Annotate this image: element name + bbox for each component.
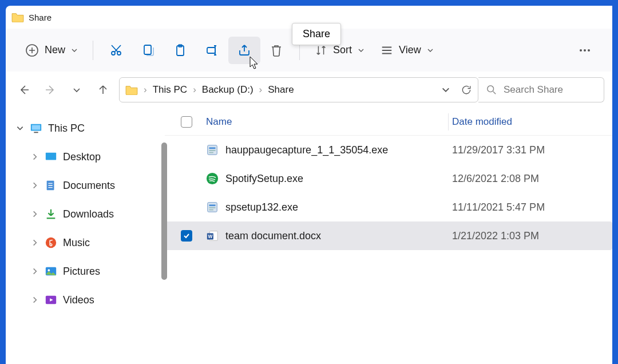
select-all-checkbox[interactable] [181, 116, 192, 128]
svg-point-16 [46, 238, 56, 248]
folder-icon [125, 85, 138, 95]
sort-indicator-icon: ⌃ [316, 108, 322, 110]
chevron-down-icon [358, 47, 365, 54]
file-name: SpotifySetup.exe [225, 173, 452, 185]
breadcrumb-item[interactable]: Share [268, 84, 294, 96]
new-label: New [45, 44, 65, 56]
arrow-right-icon [45, 84, 56, 96]
file-row[interactable]: Wteam document.docx1/21/2022 1:03 PM [165, 221, 612, 250]
titlebar: Share Share [6, 6, 612, 29]
chevron-right-icon [31, 181, 39, 189]
cut-button[interactable] [100, 37, 132, 64]
sidebar-item-music[interactable]: Music [11, 228, 164, 257]
sidebar-item-downloads[interactable]: Downloads [11, 200, 164, 228]
word-icon: W [206, 230, 219, 242]
scrollbar[interactable] [161, 143, 167, 280]
new-button[interactable]: New [17, 37, 86, 64]
svg-rect-12 [32, 125, 41, 130]
sidebar-item-documents[interactable]: Documents [11, 171, 164, 200]
clipboard-icon [173, 43, 187, 57]
file-row[interactable]: hauppaugecapture_1_1_35054.exe11/29/2017… [165, 136, 612, 164]
copy-button[interactable] [132, 37, 164, 64]
chevron-down-icon[interactable] [441, 85, 450, 94]
forward-button[interactable] [40, 80, 61, 100]
sidebar-label: Pictures [63, 266, 100, 278]
file-name: team document.docx [225, 230, 452, 242]
file-list: ⌃ Name Date modified hauppaugecapture_1_… [164, 108, 612, 364]
up-button[interactable] [93, 80, 113, 100]
file-row[interactable]: spsetup132.exe11/11/2021 5:47 PM [165, 193, 612, 221]
pictures-icon [45, 265, 57, 278]
body: This PC Desktop Documents Downloads Musi [6, 108, 612, 364]
row-checkbox[interactable] [181, 201, 192, 213]
rename-button[interactable] [196, 37, 228, 64]
svg-text:W: W [208, 234, 212, 239]
trash-icon [270, 43, 283, 57]
chevron-down-icon [427, 47, 434, 54]
chevron-down-icon [16, 124, 24, 132]
sort-icon [315, 44, 327, 57]
sidebar-item-this-pc[interactable]: This PC [11, 114, 164, 143]
column-header: ⌃ Name Date modified [165, 108, 612, 136]
folder-icon [11, 12, 24, 22]
explorer-window: Share Share New Sor [6, 6, 612, 364]
file-date: 11/29/2017 3:31 PM [452, 144, 545, 156]
downloads-icon [45, 208, 57, 220]
svg-rect-27 [209, 204, 216, 206]
recent-button[interactable] [66, 80, 87, 100]
svg-rect-14 [46, 153, 56, 160]
view-button[interactable]: View [373, 37, 442, 64]
more-button[interactable] [569, 37, 601, 64]
refresh-icon[interactable] [461, 84, 472, 96]
file-date: 1/21/2022 1:03 PM [452, 230, 539, 242]
videos-icon [45, 294, 57, 306]
sidebar-label: Documents [63, 180, 115, 192]
copy-icon [141, 43, 155, 57]
sidebar-item-pictures[interactable]: Pictures [11, 257, 164, 286]
music-icon [45, 236, 57, 249]
scissors-icon [109, 43, 123, 57]
chevron-right-icon [31, 210, 39, 218]
ellipsis-icon [578, 43, 592, 57]
view-icon [381, 44, 393, 57]
row-checkbox[interactable] [181, 144, 192, 156]
share-icon [237, 43, 251, 57]
window-title: Share [29, 13, 52, 22]
svg-rect-23 [209, 152, 213, 153]
sidebar-label: Videos [63, 294, 94, 306]
search-box[interactable]: Search Share [478, 77, 604, 102]
svg-rect-21 [209, 147, 216, 149]
sidebar-item-videos[interactable]: Videos [11, 286, 164, 314]
pc-icon [30, 122, 42, 134]
column-date[interactable]: Date modified [452, 116, 612, 128]
file-name: spsetup132.exe [225, 201, 452, 213]
plus-circle-icon [25, 43, 39, 57]
delete-button[interactable] [260, 37, 292, 64]
rename-icon [205, 43, 219, 57]
sidebar-item-desktop[interactable]: Desktop [11, 143, 164, 171]
breadcrumb-item[interactable]: Backup (D:) [202, 84, 253, 96]
sidebar-label: Music [63, 237, 90, 249]
svg-rect-22 [209, 150, 216, 151]
desktop-icon [45, 151, 57, 163]
svg-point-7 [580, 49, 582, 52]
chevron-down-icon [71, 84, 82, 96]
breadcrumb-item[interactable]: This PC [153, 84, 187, 96]
sidebar: This PC Desktop Documents Downloads Musi [6, 108, 164, 364]
file-row[interactable]: SpotifySetup.exe12/6/2021 2:08 PM [165, 164, 612, 193]
file-date: 11/11/2021 5:47 PM [452, 201, 545, 213]
share-button[interactable] [228, 37, 260, 64]
row-checkbox[interactable] [181, 173, 192, 184]
svg-rect-13 [34, 132, 38, 133]
address-bar[interactable]: › This PC › Backup (D:) › Share [119, 77, 478, 102]
exe-icon [206, 201, 219, 213]
search-placeholder: Search Share [504, 84, 563, 96]
svg-rect-3 [144, 45, 151, 54]
nav-row: › This PC › Backup (D:) › Share Search S… [6, 72, 612, 108]
file-name: hauppaugecapture_1_1_35054.exe [225, 144, 452, 156]
sidebar-label: This PC [48, 122, 85, 134]
back-button[interactable] [14, 80, 34, 100]
column-name[interactable]: Name [206, 116, 452, 128]
paste-button[interactable] [164, 37, 196, 64]
row-checkbox[interactable] [181, 230, 192, 242]
